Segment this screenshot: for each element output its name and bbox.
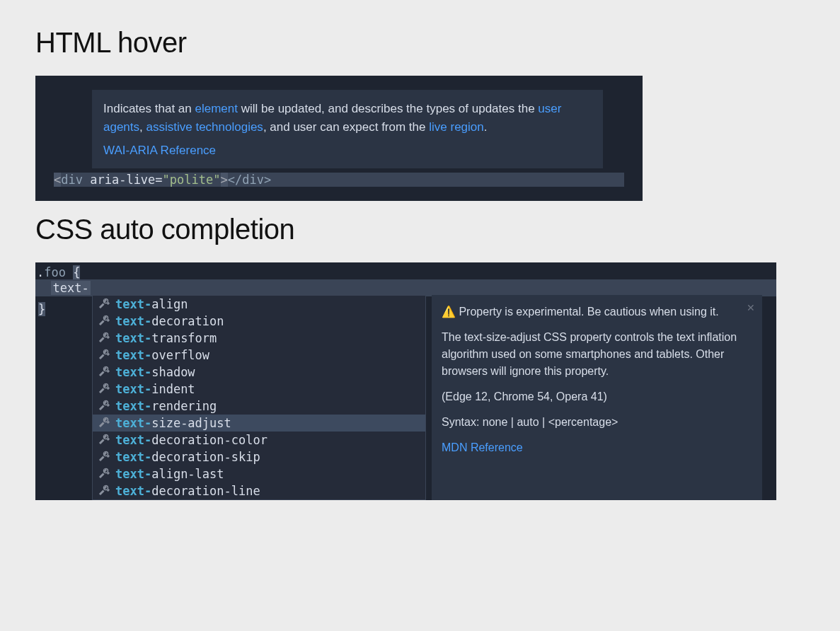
tooltip-link-element[interactable]: element [195,102,237,115]
completion-rest: align [151,297,188,311]
code-quote: " [213,173,220,187]
code-value: polite [170,173,213,187]
completion-item[interactable]: text-align [93,296,425,313]
completion-rest: decoration-color [151,433,267,447]
wrench-icon [98,484,110,498]
completion-match: text- [115,467,151,481]
code-space [66,265,73,279]
completion-match: text- [115,331,151,345]
completion-rest: decoration-skip [151,450,260,464]
wrench-icon [98,450,110,464]
wrench-icon [98,382,110,396]
completion-label: text-overflow [115,348,209,362]
completion-item[interactable]: text-size-adjust [93,415,425,432]
completion-item[interactable]: text-shadow [93,364,425,381]
completion-rest: transform [151,331,217,345]
completion-match: text- [115,348,151,362]
tooltip-link-assistive-technologies[interactable]: assistive technologies [146,120,263,134]
completion-item[interactable]: text-decoration-skip [93,448,425,465]
hover-tooltip: Indicates that an element will be update… [92,90,603,168]
completion-label: text-size-adjust [115,416,231,430]
completion-label: text-shadow [115,365,195,379]
tooltip-text: , and user can expect from the [263,120,429,134]
code-line[interactable]: <div aria-live="polite"></div> [54,173,624,187]
css-completion-panel: .foo { text- } text-aligntext-decoration… [35,262,776,500]
completion-match: text- [115,484,151,498]
completion-label: text-transform [115,331,217,345]
completion-match: text- [115,297,151,311]
warning-icon: ⚠️ [442,303,456,320]
completion-label: text-decoration [115,314,224,328]
typed-text: text- [51,281,90,295]
completion-rest: align-last [151,467,224,481]
completion-rest: overflow [151,348,209,362]
completion-item[interactable]: text-rendering [93,398,425,415]
completion-match: text- [115,416,151,430]
completion-container: text-aligntext-decorationtext-transformt… [35,295,776,500]
tooltip-text: . [484,120,488,134]
completion-item[interactable]: text-transform [93,330,425,347]
completion-rest: shadow [151,365,195,379]
doc-warning-text: Property is experimental. Be cautious wh… [456,306,719,318]
wrench-icon [98,314,110,328]
doc-reference-link[interactable]: MDN Reference [442,441,523,453]
tooltip-text: Indicates that an [103,102,195,115]
wrench-icon [98,348,110,362]
close-icon[interactable]: ✕ [747,301,755,316]
code-brace: { [73,265,80,279]
doc-syntax: Syntax: none | auto | <percentage> [442,414,752,431]
code-line-input[interactable]: text- [35,279,776,296]
wrench-icon [98,297,110,311]
completion-match: text- [115,382,151,396]
doc-warning: ⚠️ Property is experimental. Be cautious… [442,303,752,320]
completion-item[interactable]: text-decoration [93,313,425,330]
wrench-icon [98,365,110,379]
completion-rest: size-adjust [151,416,231,430]
tooltip-link-live-region[interactable]: live region [429,120,484,134]
completion-doc-panel: ✕ ⚠️ Property is experimental. Be cautio… [432,295,762,500]
completion-label: text-align-last [115,467,224,481]
code-space [83,173,90,187]
code-line[interactable]: .foo { [35,265,776,279]
code-tag: /div [235,173,264,187]
completion-item[interactable]: text-decoration-color [93,432,425,448]
completion-match: text- [115,433,151,447]
completion-label: text-decoration-skip [115,450,260,464]
completion-rest: indent [151,382,195,396]
wrench-icon [98,399,110,413]
code-quote: " [163,173,170,187]
code-bracket: > [264,173,271,187]
tooltip-text: will be updated, and describes the types… [238,102,538,115]
css-code-block: .foo { text- } text-aligntext-decoration… [35,262,776,500]
section-heading-css-completion: CSS auto completion [35,214,805,245]
wrench-icon [98,331,110,345]
completion-rest: rendering [151,399,217,413]
doc-description: The text-size-adjust CSS property contro… [442,329,752,380]
completion-item[interactable]: text-align-last [93,465,425,482]
wrench-icon [98,416,110,430]
section-heading-html-hover: HTML hover [35,27,805,59]
completion-label: text-indent [115,382,195,396]
code-eq: = [155,173,162,187]
code-bracket: < [228,173,235,187]
completion-label: text-decoration-line [115,484,260,498]
wrench-icon [98,433,110,447]
completion-rest: decoration [151,314,224,328]
completion-match: text- [115,314,151,328]
completion-item[interactable]: text-overflow [93,347,425,364]
completion-match: text- [115,365,151,379]
completion-item[interactable]: text-decoration-line [93,482,425,499]
tooltip-reference-link[interactable]: WAI-ARIA Reference [103,141,216,160]
wrench-icon [98,467,110,481]
completion-item[interactable]: text-indent [93,381,425,398]
completion-list[interactable]: text-aligntext-decorationtext-transformt… [92,295,426,500]
code-tag: div [61,173,83,187]
doc-support: (Edge 12, Chrome 54, Opera 41) [442,388,752,405]
code-selector: foo [44,265,66,279]
completion-match: text- [115,399,151,413]
code-bracket: > [221,173,228,187]
completion-rest: decoration-line [151,484,260,498]
code-bracket: < [54,173,61,187]
code-indent [37,281,51,295]
completion-match: text- [115,450,151,464]
